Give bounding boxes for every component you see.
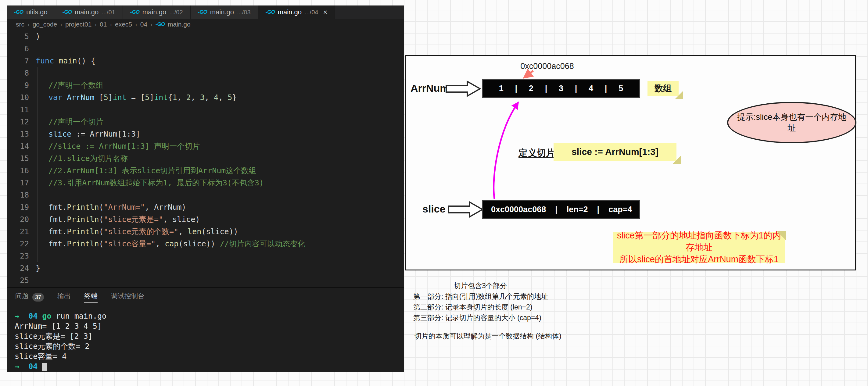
panel-tab-label: 调试控制台 [111,291,145,303]
line-content: fmt.Println("ArrNum=", ArrNum) [49,201,186,214]
breadcrumb-item[interactable]: 04 [140,21,147,28]
vscode-window: GOutils.goGOmain.go.../01GOmain.go.../02… [7,5,404,372]
code-line: 21fmt.Println("slice元素的个数=", len(slice)) [7,226,404,238]
diagram-frame: 0xc0000ac068 ArrNum 1|2|3|4|5 数组 定义切片 sl… [405,55,856,270]
code-token: slice [49,130,71,138]
panel-tab-label: 输出 [57,291,71,303]
code-token: 5 [145,93,150,102]
array-cell: 5 [619,84,623,93]
go-icon: GO [156,21,165,27]
notes-line: 第一部分: 指向(引用)数组第几个元素的地址 [413,291,561,302]
line-number: 10 [7,92,36,104]
editor-tab-main.go.../03[interactable]: GOmain.go.../03 [191,5,258,19]
panel-tab-终端[interactable]: 终端 [84,291,98,303]
code-token: //2.ArrNum[1:3] 表示slice切片引用到ArrNum这个数组 [49,166,256,175]
code-token: len [188,227,201,236]
code-token: int [154,93,168,102]
line-content: } [36,262,40,275]
slice-field: 0xc0000ac068 [491,205,546,214]
code-token: , [177,93,186,102]
panel-tab-bar: 问题37输出终端调试控制台 [7,287,404,307]
code-token: //声明一个数组 [49,81,103,90]
terminal[interactable]: → 04 go run main.goArrNum= [1 2 3 4 5]sl… [7,307,404,372]
chevron-right-icon: › [27,21,30,28]
panel-tab-调试控制台[interactable]: 调试控制台 [111,291,145,303]
code-line: 20fmt.Println("slice元素是=", slice) [7,214,404,226]
line-number: 25 [7,275,36,287]
go-icon: GO [198,9,207,15]
folded-corner [673,156,681,164]
code-token: "slice元素是=" [104,215,163,224]
code-token: , [205,93,214,102]
close-icon[interactable]: × [323,8,327,17]
code-line: 9//声明一个数组 [7,79,404,92]
terminal-line: ArrNum= [1 2 3 4 5] [14,321,404,331]
code-token: ArrNum [67,93,94,102]
array-cell: 3 [559,84,563,93]
code-token: //1.slice为切片名称 [49,154,128,163]
code-token: , [156,239,165,248]
editor-tab-utils.go[interactable]: GOutils.go [7,5,55,19]
terminal-token: ArrNum= [1 2 3 4 5] [14,322,102,330]
code-token: //声明一个切片 [49,118,103,126]
code-token: () { [77,56,95,65]
line-number: 16 [7,165,36,177]
line-content: //声明一个切片 [49,116,103,128]
code-line: 5) [7,31,404,43]
code-editor[interactable]: 5)67func main() {89//声明一个数组10var ArrNum … [7,30,404,287]
code-token: //3.引用ArrNum数组起始下标为1, 最后的下标为3(不包含3) [49,179,264,187]
line-number: 20 [7,214,36,226]
code-line: 19fmt.Println("ArrNum=", ArrNum) [7,201,404,214]
terminal-line: slice元素是= [2 3] [14,331,404,341]
code-line: 14//slice := ArrNum[1:3] 声明一个切片 [7,140,404,153]
panel-tab-问题[interactable]: 问题37 [15,291,44,303]
code-token: , [218,93,227,102]
editor-tab-main.go.../04[interactable]: GOmain.go.../04× [258,5,335,19]
code-token: var [49,93,62,102]
code-token: func [36,56,54,65]
address-pointer-arrow [525,71,533,77]
breadcrumb-item[interactable]: project01 [65,21,92,28]
hint-ellipse: 提示:slice本身也有一个内存地址 [727,102,857,143]
editor-tab-main.go.../01[interactable]: GOmain.go.../01 [55,5,123,19]
line-number: 15 [7,153,36,165]
chevron-right-icon: › [135,21,137,28]
line-content: ) [36,31,40,43]
line-content: func main() { [36,55,95,67]
code-token: ) [36,32,40,41]
block-arrow-right-icon [448,201,484,218]
breadcrumb[interactable]: src›go_code›project01›01›exec5›04›GOmain… [7,19,404,30]
line-number: 18 [7,189,36,201]
panel-tab-输出[interactable]: 输出 [57,291,71,303]
line-content: slice := ArrNum[1:3] [49,128,140,140]
cell-separator: | [605,84,607,93]
cell-separator: | [515,84,518,93]
array-tag-text: 数组 [654,83,672,94]
code-token: fmt. [49,203,67,212]
breadcrumb-item[interactable]: 01 [100,21,107,28]
tab-suffix: .../04 [305,9,318,16]
code-token: := ArrNum[1:3] [71,130,140,138]
note-line: 所以slice的首地址对应ArrNum函数下标1 [619,253,779,265]
slice-field: len=2 [567,205,588,214]
code-token: } [36,264,40,272]
terminal-token: slice元素的个数= 2 [14,342,89,351]
editor-tab-main.go.../02[interactable]: GOmain.go.../02 [123,5,191,19]
breadcrumb-item[interactable]: src [16,21,24,28]
breadcrumb-item[interactable]: main.go [168,21,191,28]
breadcrumb-item[interactable]: go_code [33,21,57,28]
breadcrumb-item[interactable]: exec5 [115,21,132,28]
code-line: 11 [7,104,404,116]
hint-text: 提示:slice本身也有一个内存地址 [734,111,850,133]
code-token: fmt. [49,215,67,224]
code-token: Println [67,227,99,236]
code-token: , [191,93,200,102]
code-line: 16//2.ArrNum[1:3] 表示slice切片引用到ArrNum这个数组 [7,165,404,177]
code-line: 15//1.slice为切片名称 [7,153,404,165]
code-token: , [179,227,188,236]
tab-label: main.go [278,8,302,16]
notes-footer: 切片的本质可以理解为是一个数据结构 (结构体) [414,331,561,342]
line-content: var ArrNum [5]int = [5]int{1, 2, 3, 4, 5… [49,92,237,104]
line-number: 5 [7,31,36,43]
line-number: 6 [7,43,36,55]
